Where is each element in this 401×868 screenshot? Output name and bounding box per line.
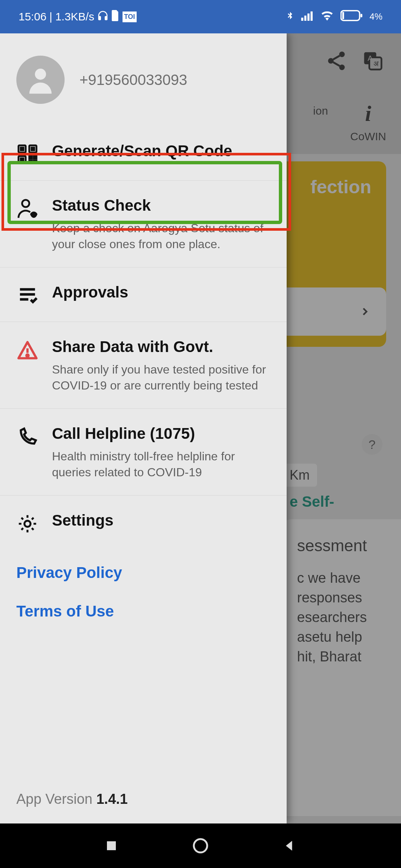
phone-icon	[16, 426, 39, 448]
sim-icon	[111, 10, 120, 24]
wifi-icon	[320, 10, 334, 23]
menu-item-helpline[interactable]: Call Helpline (1075) Health ministry tol…	[0, 409, 287, 496]
svg-rect-25	[29, 161, 32, 163]
main-area: Aअ ion i CoWIN fection Km ?	[0, 33, 401, 823]
svg-rect-24	[34, 156, 36, 159]
menu-desc: Share only if you have tested positive f…	[52, 362, 270, 394]
svg-rect-34	[107, 841, 116, 850]
menu-item-share-data[interactable]: Share Data with Govt. Share only if you …	[0, 322, 287, 409]
drawer-links: Privacy Policy Terms of Use	[0, 550, 287, 634]
nav-recent-button[interactable]	[101, 835, 122, 856]
status-time: 15:06	[19, 10, 46, 23]
battery-percent: 4%	[369, 11, 382, 22]
svg-rect-3	[304, 16, 307, 21]
menu-title: Approvals	[52, 282, 270, 303]
svg-rect-26	[34, 161, 36, 163]
svg-rect-28	[20, 288, 35, 291]
menu-title: Settings	[52, 510, 270, 531]
menu-title: Status Check	[52, 195, 270, 216]
status-left: 15:06 | 1.3KB/s TOI	[19, 10, 137, 24]
toi-icon: TOI	[123, 11, 137, 22]
status-sep: |	[49, 10, 52, 23]
svg-rect-5	[311, 11, 313, 20]
svg-point-16	[35, 69, 46, 80]
svg-rect-7	[361, 14, 362, 17]
gear-icon	[16, 513, 39, 535]
svg-rect-8	[342, 12, 344, 19]
status-bar: 15:06 | 1.3KB/s TOI 4%	[0, 0, 401, 33]
menu-item-qr[interactable]: Generate/Scan QR Code	[0, 126, 287, 181]
navigation-drawer: +919560033093 Generate/Scan QR Code Stat…	[0, 33, 287, 823]
svg-rect-23	[29, 156, 32, 159]
svg-rect-0	[99, 16, 101, 20]
phone-number: +919560033093	[79, 72, 187, 88]
drawer-profile[interactable]: +919560033093	[0, 33, 287, 126]
menu-desc: Health ministry toll-free helpline for q…	[52, 448, 270, 480]
menu-item-status[interactable]: Status Check Keep a check on Aarogya Set…	[0, 181, 287, 267]
svg-rect-21	[32, 148, 34, 150]
nav-home-button[interactable]	[190, 835, 211, 856]
qr-icon	[16, 143, 39, 165]
menu-title: Generate/Scan QR Code	[52, 141, 270, 161]
svg-rect-22	[21, 158, 23, 161]
signal-icon	[301, 10, 314, 23]
system-nav-bar	[0, 823, 401, 868]
menu-item-settings[interactable]: Settings	[0, 496, 287, 550]
menu-item-approvals[interactable]: Approvals	[0, 267, 287, 322]
svg-rect-30	[20, 298, 29, 301]
menu-desc: Keep a check on Aarogya Setu status of y…	[52, 220, 270, 252]
battery-icon	[340, 10, 363, 24]
status-icon	[16, 198, 39, 220]
svg-rect-2	[301, 17, 304, 20]
bluetooth-icon	[286, 9, 294, 24]
svg-point-33	[25, 521, 30, 527]
link-privacy-policy[interactable]: Privacy Policy	[16, 564, 270, 582]
status-right: 4%	[286, 9, 382, 24]
status-speed: 1.3KB/s	[55, 10, 94, 23]
menu-title: Share Data with Govt.	[52, 337, 270, 357]
svg-point-32	[26, 355, 29, 357]
approvals-icon	[16, 285, 39, 307]
nav-back-button[interactable]	[279, 835, 300, 856]
svg-rect-20	[21, 148, 23, 150]
menu-title: Call Helpline (1075)	[52, 424, 270, 444]
svg-point-27	[22, 200, 29, 207]
svg-point-35	[194, 839, 207, 852]
headphones-icon	[97, 10, 108, 24]
svg-rect-29	[20, 293, 35, 296]
link-terms-of-use[interactable]: Terms of Use	[16, 602, 270, 620]
svg-rect-1	[105, 16, 107, 20]
svg-rect-4	[307, 13, 310, 21]
app-version: App Version 1.4.1	[0, 775, 287, 823]
avatar-icon	[16, 56, 65, 104]
warning-icon	[16, 339, 39, 361]
